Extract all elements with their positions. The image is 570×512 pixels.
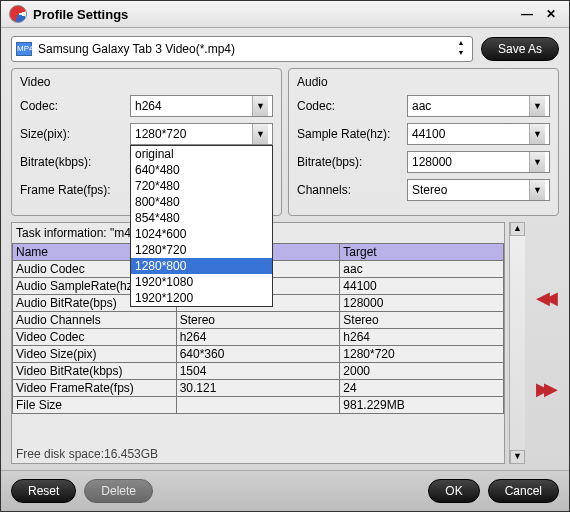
audio-samplerate-select[interactable]: 44100 ▼: [407, 123, 550, 145]
table-row: Video Size(pix)640*3601280*720: [13, 346, 504, 363]
audio-channels-label: Channels:: [297, 183, 407, 197]
video-panel: Video Codec: h264 ▼ Size(pix): 1280*720 …: [11, 68, 282, 216]
audio-bitrate-select[interactable]: 128000 ▼: [407, 151, 550, 173]
scroll-track[interactable]: [510, 236, 525, 450]
prev-track-button[interactable]: ◀◀: [536, 291, 552, 305]
chevron-down-icon[interactable]: ▼: [529, 124, 545, 144]
reset-button[interactable]: Reset: [11, 479, 76, 503]
close-button[interactable]: ✕: [541, 5, 561, 23]
profile-spinner[interactable]: ▲▼: [454, 39, 468, 59]
grid-header: Target: [340, 244, 504, 261]
table-row: Video Codech264h264: [13, 329, 504, 346]
mp4-icon: MP4: [16, 42, 32, 56]
audio-codec-label: Codec:: [297, 99, 407, 113]
audio-channels-select[interactable]: Stereo ▼: [407, 179, 550, 201]
audio-heading: Audio: [297, 75, 550, 89]
size-option[interactable]: 720*480: [131, 178, 272, 194]
video-size-label: Size(pix):: [20, 127, 130, 141]
audio-bitrate-label: Bitrate(bps):: [297, 155, 407, 169]
save-as-button[interactable]: Save As: [481, 37, 559, 61]
video-framerate-label: Frame Rate(fps):: [20, 183, 130, 197]
size-option[interactable]: 1920*1200: [131, 290, 272, 306]
size-option[interactable]: 1280*800: [131, 258, 272, 274]
window-title: Profile Settings: [33, 7, 513, 22]
table-row: Video BitRate(kbps)15042000: [13, 363, 504, 380]
profile-name: Samsung Galaxy Tab 3 Video(*.mp4): [38, 42, 454, 56]
ok-button[interactable]: OK: [428, 479, 479, 503]
chevron-down-icon[interactable]: ▼: [252, 124, 268, 144]
video-heading: Video: [20, 75, 273, 89]
audio-codec-select[interactable]: aac ▼: [407, 95, 550, 117]
size-option[interactable]: 854*480: [131, 210, 272, 226]
size-option[interactable]: original: [131, 146, 272, 162]
task-area: Task information: "m4hidden-by-dropdown.…: [11, 222, 559, 464]
video-codec-select[interactable]: h264 ▼: [130, 95, 273, 117]
footer: Reset Delete OK Cancel: [1, 470, 569, 511]
next-track-button[interactable]: ▶▶: [536, 382, 552, 396]
size-option[interactable]: 800*480: [131, 194, 272, 210]
chevron-down-icon[interactable]: ▼: [529, 180, 545, 200]
scroll-up-icon[interactable]: ▲: [510, 222, 525, 236]
audio-samplerate-label: Sample Rate(hz):: [297, 127, 407, 141]
audio-panel: Audio Codec: aac ▼ Sample Rate(hz): 4410…: [288, 68, 559, 216]
profile-row: MP4 Samsung Galaxy Tab 3 Video(*.mp4) ▲▼…: [11, 36, 559, 62]
chevron-down-icon[interactable]: ▼: [529, 96, 545, 116]
size-option[interactable]: 1920*1080: [131, 274, 272, 290]
size-option[interactable]: 640*480: [131, 162, 272, 178]
video-size-dropdown[interactable]: original640*480720*480800*480854*4801024…: [130, 145, 273, 307]
cancel-button[interactable]: Cancel: [488, 479, 559, 503]
profile-settings-window: Profile Settings — ✕ MP4 Samsung Galaxy …: [0, 0, 570, 512]
size-option[interactable]: 1280*720: [131, 242, 272, 258]
video-codec-label: Codec:: [20, 99, 130, 113]
video-size-select[interactable]: 1280*720 ▼ original640*480720*480800*480…: [130, 123, 273, 145]
nav-arrows: ◀◀ ▶▶: [529, 222, 559, 464]
table-row: File Size981.229MB: [13, 397, 504, 414]
chevron-down-icon[interactable]: ▼: [252, 96, 268, 116]
table-row: Audio ChannelsStereoStereo: [13, 312, 504, 329]
scrollbar[interactable]: ▲ ▼: [509, 222, 525, 464]
app-icon: [9, 5, 27, 23]
table-row: Video FrameRate(fps)30.12124: [13, 380, 504, 397]
video-bitrate-label: Bitrate(kbps):: [20, 155, 130, 169]
profile-select[interactable]: MP4 Samsung Galaxy Tab 3 Video(*.mp4) ▲▼: [11, 36, 473, 62]
chevron-down-icon[interactable]: ▼: [529, 152, 545, 172]
delete-button[interactable]: Delete: [84, 479, 153, 503]
av-panels: Video Codec: h264 ▼ Size(pix): 1280*720 …: [11, 68, 559, 216]
size-option[interactable]: 1024*600: [131, 226, 272, 242]
minimize-button[interactable]: —: [517, 5, 537, 23]
titlebar: Profile Settings — ✕: [1, 1, 569, 28]
window-body: MP4 Samsung Galaxy Tab 3 Video(*.mp4) ▲▼…: [1, 28, 569, 470]
free-disk-label: Free disk space:16.453GB: [12, 445, 504, 463]
scroll-down-icon[interactable]: ▼: [510, 450, 525, 464]
